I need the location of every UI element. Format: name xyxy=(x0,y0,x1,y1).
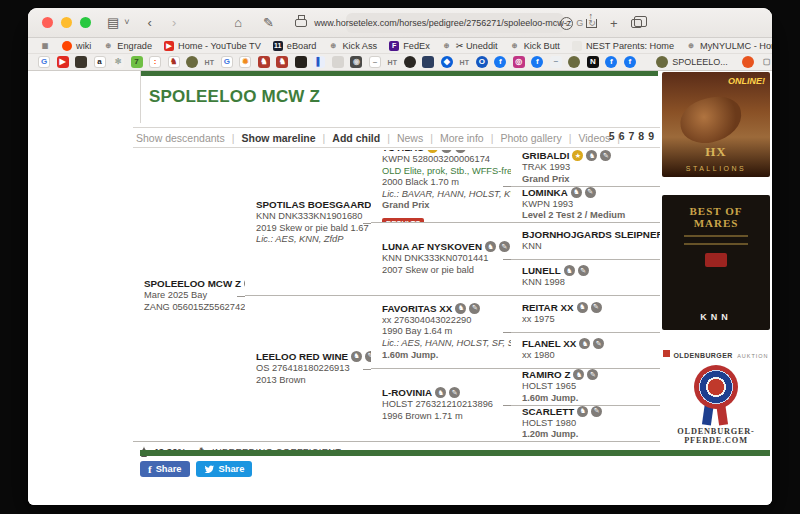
generation-page-8[interactable]: 8 xyxy=(638,130,644,142)
olive-favicon[interactable] xyxy=(186,56,198,68)
generation-page-7[interactable]: 7 xyxy=(628,130,634,142)
sport-icon[interactable]: ♞ xyxy=(351,351,362,362)
tab-overview-button[interactable] xyxy=(631,19,642,28)
gray-favicon[interactable] xyxy=(332,56,344,68)
sport-icon[interactable]: ♞ xyxy=(571,187,582,198)
google-favicon[interactable]: G xyxy=(221,56,233,68)
home-button[interactable]: ⌂ xyxy=(234,16,242,29)
photo-favicon[interactable] xyxy=(75,56,87,68)
facebook-favicon[interactable]: f xyxy=(605,56,617,68)
gray-bird-favicon[interactable]: ~ xyxy=(550,56,562,68)
horse-crest-favicon[interactable]: ♞ xyxy=(258,56,270,68)
new-tab-button[interactable]: + xyxy=(610,17,618,30)
downloads-button[interactable]: ↓ xyxy=(560,17,573,30)
olive-favicon[interactable] xyxy=(568,56,580,68)
horse-link-lominka[interactable]: LOMINKA xyxy=(522,187,568,198)
address-bar[interactable]: www.horsetelex.com/horses/pedigree/27562… xyxy=(346,13,564,33)
url-text[interactable]: www.horsetelex.com/horses/pedigree/27562… xyxy=(314,18,571,28)
compose-icon[interactable]: ✎ xyxy=(263,16,274,29)
sidebar-chevron-icon[interactable]: ˅ xyxy=(124,18,129,27)
bookmark-engrade[interactable]: ⊕Engrade xyxy=(103,41,152,51)
bookmark-fedex[interactable]: FFedEx xyxy=(389,41,430,51)
bookmark-kick-butt[interactable]: ⊕Kick Butt xyxy=(510,41,560,51)
flag-favicon[interactable]: ▌ xyxy=(313,56,325,68)
sun-favicon[interactable]: ✹ xyxy=(239,56,251,68)
bookmark-favorites-grid[interactable]: ▦ xyxy=(40,41,50,51)
minus-favicon[interactable]: – xyxy=(369,56,381,68)
medal-icon[interactable]: ★ xyxy=(427,150,438,153)
bookmark-youtube-tv[interactable]: ▶Home - YouTube TV xyxy=(164,41,261,51)
horse-link-spotilas[interactable]: SPOTILAS BOESGAARD xyxy=(256,199,371,210)
nav-show-descendants[interactable]: Show descendants xyxy=(136,132,241,144)
generation-page-9[interactable]: 9 xyxy=(648,130,654,142)
minimize-window-button[interactable] xyxy=(61,17,72,28)
navy-favicon[interactable] xyxy=(422,56,434,68)
sidebar-toggle-icon[interactable]: ▤ xyxy=(107,16,119,29)
orange-favicon[interactable] xyxy=(742,56,754,68)
horse-link-lrovinia[interactable]: L-ROVINIA xyxy=(382,387,432,398)
ht-favicon[interactable]: HT xyxy=(205,59,215,66)
edit-icon[interactable]: ✎ xyxy=(593,338,604,349)
horse-link-gribaldi[interactable]: GRIBALDI xyxy=(522,150,569,161)
oldenburger-ad[interactable]: OLDENBURGER AUKTION OLDENBURGER- PFERDE.… xyxy=(662,342,770,450)
edit-icon[interactable]: ✎ xyxy=(591,406,602,417)
sport-icon[interactable]: ♞ xyxy=(577,406,588,417)
circle-o-favicon[interactable]: O xyxy=(476,56,488,68)
edit-icon[interactable]: ✎ xyxy=(587,369,598,380)
bookmark-kick-ass[interactable]: ⊕Kick Ass xyxy=(328,41,377,51)
chase-favicon[interactable]: ◆ xyxy=(441,56,453,68)
horse-link-ramiro[interactable]: RAMIRO Z xyxy=(522,369,570,380)
twitter-share-button[interactable]: Share xyxy=(196,461,253,477)
facebook-share-button[interactable]: f Share xyxy=(140,461,190,477)
edit-icon[interactable]: ✎ xyxy=(585,187,596,198)
bookmark-nest-parents[interactable]: NEST Parents: Home xyxy=(572,41,674,51)
edit-icon[interactable]: ✎ xyxy=(469,303,480,314)
horse-link-reitar[interactable]: REITAR XX xyxy=(522,302,574,313)
horse-link-luna[interactable]: LUNA AF NYSKOVEN xyxy=(382,241,482,252)
crest-favicon[interactable]: ♞ xyxy=(168,56,180,68)
nav-show-mareline[interactable]: Show mareline xyxy=(241,132,332,144)
green-seven-favicon[interactable]: 7 xyxy=(131,56,143,68)
plant-favicon[interactable]: ✻ xyxy=(112,56,124,68)
forward-button[interactable]: › xyxy=(172,16,176,29)
edit-icon[interactable]: ✎ xyxy=(578,265,589,276)
edit-icon[interactable]: ✎ xyxy=(591,302,602,313)
generation-page-6[interactable]: 6 xyxy=(619,130,625,142)
nav-photo-gallery[interactable]: Photo gallery xyxy=(500,132,578,144)
share-button[interactable] xyxy=(586,19,597,28)
print-button[interactable] xyxy=(295,19,307,27)
window-favicon[interactable]: ▢ xyxy=(761,56,772,68)
edit-icon[interactable]: ✎ xyxy=(449,387,460,398)
generation-page-5[interactable]: 5 xyxy=(609,130,615,142)
back-button[interactable]: ‹ xyxy=(148,16,152,29)
edit-icon[interactable]: ✎ xyxy=(499,241,510,252)
sport-icon[interactable]: ♞ xyxy=(441,150,452,153)
reddit-favicon[interactable]: : xyxy=(149,56,161,68)
youtube-favicon[interactable]: ▶ xyxy=(57,56,69,68)
horse-link-lunell[interactable]: LUNELL xyxy=(522,265,561,276)
zoom-window-button[interactable] xyxy=(80,17,91,28)
medal-icon[interactable]: ★ xyxy=(572,150,583,161)
bookmark-mynyulmc[interactable]: ⊕MyNYULMC - Home xyxy=(686,41,772,51)
sport-icon[interactable]: ♞ xyxy=(435,387,446,398)
edit-icon[interactable]: ✎ xyxy=(600,150,611,161)
n-favicon[interactable]: N xyxy=(587,56,599,68)
amazon-favicon[interactable]: a xyxy=(94,56,106,68)
horse-link-spoleeloo[interactable]: SPOLEELOO MCW Z xyxy=(144,278,241,289)
google-favicon[interactable]: G xyxy=(38,56,50,68)
horse-link-flanel[interactable]: FLANEL XX xyxy=(522,338,576,349)
bookmark-uneddit[interactable]: ⊕✂ Uneddit xyxy=(442,40,498,51)
horse-crest-favicon[interactable]: ♞ xyxy=(276,56,288,68)
close-window-button[interactable] xyxy=(42,17,53,28)
nav-more-info[interactable]: More info xyxy=(440,132,501,144)
sport-icon[interactable]: ♞ xyxy=(573,369,584,380)
bookmark-wiki[interactable]: wiki xyxy=(62,41,91,51)
sport-icon[interactable]: ♞ xyxy=(586,150,597,161)
bookmark-spoleelo[interactable]: SPOLEELO... xyxy=(656,56,728,68)
sport-icon[interactable]: ♞ xyxy=(485,241,496,252)
instagram-favicon[interactable]: ◎ xyxy=(513,56,525,68)
nav-add-child[interactable]: Add child xyxy=(332,132,397,144)
nav-news[interactable]: News xyxy=(397,132,440,144)
horse-link-favoritas[interactable]: FAVORITAS XX xyxy=(382,303,452,314)
sport-icon[interactable]: ♞ xyxy=(564,265,575,276)
